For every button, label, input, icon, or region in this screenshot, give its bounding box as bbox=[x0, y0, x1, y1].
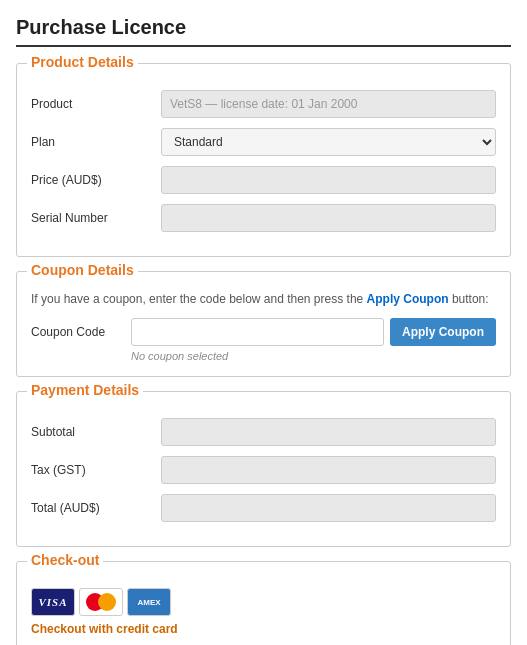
subtotal-input bbox=[161, 418, 496, 446]
visa-icon: VISA bbox=[31, 588, 75, 616]
amex-label: AMEX bbox=[137, 598, 160, 607]
no-coupon-text: No coupon selected bbox=[131, 350, 496, 362]
payment-details-title: Payment Details bbox=[27, 382, 143, 398]
plan-row: Plan Standard Professional Enterprise bbox=[31, 128, 496, 156]
product-details-section: Product Details Product Plan Standard Pr… bbox=[16, 63, 511, 257]
price-row: Price (AUD$) bbox=[31, 166, 496, 194]
mastercard-icon bbox=[79, 588, 123, 616]
coupon-info-prefix: If you have a coupon, enter the code bel… bbox=[31, 292, 367, 306]
payment-details-section: Payment Details Subtotal Tax (GST) Total… bbox=[16, 391, 511, 547]
page-title: Purchase Licence bbox=[16, 16, 511, 47]
price-input bbox=[161, 166, 496, 194]
checkout-section: Check-out VISA AMEX Checkout with credit… bbox=[16, 561, 511, 645]
tax-label: Tax (GST) bbox=[31, 463, 161, 477]
coupon-code-label: Coupon Code bbox=[31, 325, 131, 339]
coupon-info-suffix: button: bbox=[449, 292, 489, 306]
price-label: Price (AUD$) bbox=[31, 173, 161, 187]
subtotal-row: Subtotal bbox=[31, 418, 496, 446]
coupon-code-input[interactable] bbox=[131, 318, 384, 346]
coupon-code-row: Coupon Code Apply Coupon bbox=[31, 318, 496, 346]
coupon-details-section: Coupon Details If you have a coupon, ent… bbox=[16, 271, 511, 377]
total-row: Total (AUD$) bbox=[31, 494, 496, 522]
coupon-info-link: Apply Coupon bbox=[367, 292, 449, 306]
visa-label: VISA bbox=[38, 596, 67, 608]
product-details-title: Product Details bbox=[27, 54, 138, 70]
tax-row: Tax (GST) bbox=[31, 456, 496, 484]
product-label: Product bbox=[31, 97, 161, 111]
product-row: Product bbox=[31, 90, 496, 118]
serial-row: Serial Number bbox=[31, 204, 496, 232]
total-input bbox=[161, 494, 496, 522]
credit-card-text[interactable]: Checkout with credit card bbox=[31, 622, 496, 636]
coupon-info-text: If you have a coupon, enter the code bel… bbox=[31, 290, 496, 308]
total-label: Total (AUD$) bbox=[31, 501, 161, 515]
tax-input bbox=[161, 456, 496, 484]
apply-coupon-button[interactable]: Apply Coupon bbox=[390, 318, 496, 346]
checkout-title: Check-out bbox=[27, 552, 103, 568]
serial-label: Serial Number bbox=[31, 211, 161, 225]
serial-input bbox=[161, 204, 496, 232]
subtotal-label: Subtotal bbox=[31, 425, 161, 439]
plan-select[interactable]: Standard Professional Enterprise bbox=[161, 128, 496, 156]
coupon-details-title: Coupon Details bbox=[27, 262, 138, 278]
card-icons-group: VISA AMEX bbox=[31, 588, 496, 616]
amex-icon: AMEX bbox=[127, 588, 171, 616]
plan-label: Plan bbox=[31, 135, 161, 149]
product-input bbox=[161, 90, 496, 118]
